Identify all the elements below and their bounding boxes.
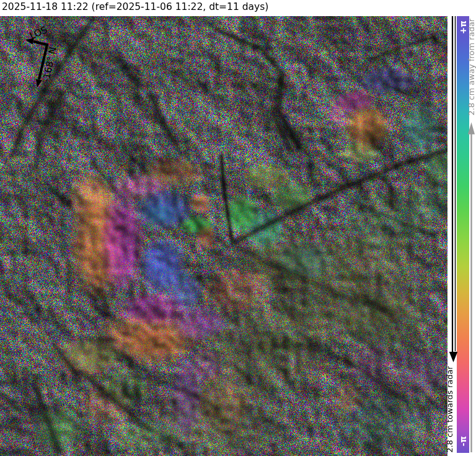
- colorbar-towards-label: 2.8 cm towards radar: [445, 366, 454, 453]
- colorbar-away-label: 2.8 cm away from radar: [467, 19, 476, 115]
- interferogram-canvas: [0, 16, 447, 456]
- colorbar-bottom-label: -π: [458, 436, 468, 446]
- interferogram-viewer: 2025-11-18 11:22 (ref=2025-11-06 11:22, …: [0, 0, 476, 456]
- page-title: 2025-11-18 11:22 (ref=2025-11-06 11:22, …: [2, 1, 268, 12]
